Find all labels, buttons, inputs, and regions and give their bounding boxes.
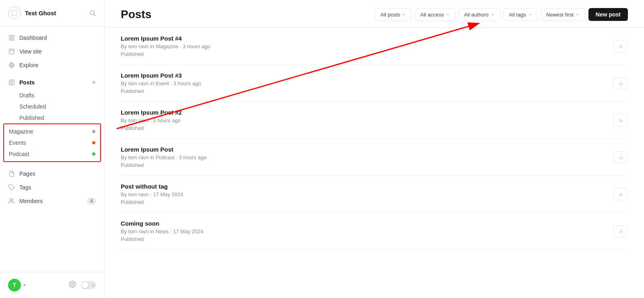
posts-label: Posts	[19, 79, 35, 86]
post-item[interactable]: Lorem Ipsum Post #4 By tom ravn in Magaz…	[121, 28, 628, 65]
svg-point-1	[90, 10, 95, 15]
post-stats-button[interactable]	[613, 225, 628, 237]
all-tags-label: All tags	[509, 12, 526, 18]
view-site-label: View site	[19, 48, 42, 55]
post-meta: By tom ravn in Magazine · 3 hours ago	[121, 43, 211, 49]
pages-icon	[8, 170, 15, 177]
sidebar-item-drafts[interactable]: Drafts	[19, 90, 104, 101]
svg-rect-3	[9, 35, 11, 37]
sidebar-item-dashboard[interactable]: Dashboard	[0, 31, 104, 45]
settings-button[interactable]	[69, 281, 76, 290]
dashboard-label: Dashboard	[19, 35, 47, 41]
svg-rect-0	[12, 10, 17, 16]
add-post-button[interactable]: +	[91, 78, 96, 86]
newest-first-filter[interactable]: Newest first	[541, 8, 585, 21]
sidebar-item-tags[interactable]: Tags	[0, 181, 104, 194]
tag-highlight-box: Magazine Events Podcast	[3, 123, 101, 162]
sidebar-item-view-site[interactable]: View site	[0, 45, 104, 58]
post-item[interactable]: Lorem Ipsum Post By tom ravn in Podcast …	[121, 139, 628, 176]
all-access-filter[interactable]: All access	[415, 8, 456, 21]
post-info: Coming soon By tom ravn in News · 17 May…	[121, 220, 203, 242]
post-stats-button[interactable]	[613, 40, 628, 52]
podcast-label: Podcast	[9, 151, 29, 157]
all-access-label: All access	[420, 12, 444, 18]
post-item[interactable]: Lorem Ipsum Post #3 By tom ravn in Event…	[121, 65, 628, 102]
posts-section-header[interactable]: Posts +	[0, 75, 104, 90]
search-button[interactable]	[89, 9, 96, 16]
header-filters: All posts All access All authors All tag…	[375, 8, 628, 21]
all-tags-filter[interactable]: All tags	[504, 8, 538, 21]
events-label: Events	[9, 140, 26, 146]
magazine-label: Magazine	[9, 128, 33, 135]
sidebar: Test Ghost Dashboard	[0, 0, 105, 298]
members-count-badge: 4	[87, 197, 96, 205]
sidebar-item-podcast[interactable]: Podcast	[4, 148, 100, 160]
toggle-track[interactable]: ✳	[81, 281, 96, 289]
post-status: Published	[121, 125, 182, 131]
members-icon	[8, 197, 15, 205]
all-authors-filter[interactable]: All authors	[459, 8, 500, 21]
theme-toggle[interactable]: ✳	[81, 281, 96, 289]
chevron-down-icon	[446, 12, 450, 17]
all-posts-filter[interactable]: All posts	[375, 8, 412, 21]
svg-point-17	[72, 284, 74, 286]
all-posts-label: All posts	[380, 12, 400, 18]
post-item[interactable]: Coming soon By tom ravn in News · 17 May…	[121, 213, 628, 250]
user-avatar: T	[8, 279, 21, 292]
post-stats-button[interactable]	[613, 114, 628, 126]
post-info: Lorem Ipsum Post #2 By tom ravn · 3 hour…	[121, 109, 182, 131]
svg-line-2	[94, 14, 95, 16]
posts-list: Lorem Ipsum Post #4 By tom ravn in Magaz…	[105, 28, 644, 298]
post-meta: By tom ravn in Event · 3 hours ago	[121, 80, 201, 86]
explore-label: Explore	[19, 62, 38, 68]
posts-icon	[8, 79, 15, 86]
post-title: Coming soon	[121, 220, 203, 227]
newest-first-label: Newest first	[546, 12, 574, 18]
explore-icon	[8, 62, 15, 69]
post-item[interactable]: Post without tag By tom ravn · 17 May 20…	[121, 176, 628, 213]
post-item[interactable]: Lorem Ipsum Post #2 By tom ravn · 3 hour…	[121, 102, 628, 139]
chevron-down-icon	[490, 12, 495, 17]
post-actions	[613, 225, 628, 237]
site-name-area[interactable]: Test Ghost	[8, 6, 56, 19]
posts-sub-items: Drafts Scheduled Published	[0, 90, 104, 123]
post-actions	[613, 151, 628, 163]
post-meta: By tom ravn · 3 hours ago	[121, 117, 182, 123]
new-post-button[interactable]: New post	[588, 8, 628, 21]
toggle-star-icon: ✳	[91, 283, 95, 288]
post-stats-button[interactable]	[613, 151, 628, 163]
tags-icon	[8, 184, 15, 191]
user-menu[interactable]: T ▾	[8, 279, 26, 292]
site-avatar	[8, 6, 21, 19]
post-status: Published	[121, 88, 201, 94]
post-meta: By tom ravn in Podcast · 3 hours ago	[121, 154, 206, 160]
svg-point-16	[10, 199, 12, 201]
chevron-down-icon	[528, 12, 533, 17]
new-post-label: New post	[596, 11, 621, 18]
main-content: Posts All posts All access All authors A…	[105, 0, 644, 298]
post-status: Published	[121, 162, 206, 168]
post-stats-button[interactable]	[613, 188, 628, 200]
sidebar-footer: T ▾ ✳	[0, 272, 104, 298]
all-authors-label: All authors	[464, 12, 489, 18]
svg-rect-4	[12, 35, 14, 37]
sidebar-item-scheduled[interactable]: Scheduled	[19, 101, 104, 112]
toggle-thumb	[82, 282, 88, 288]
main-header: Posts All posts All access All authors A…	[105, 0, 644, 28]
svg-rect-6	[12, 38, 14, 40]
sidebar-item-pages[interactable]: Pages	[0, 167, 104, 181]
drafts-label: Drafts	[19, 92, 34, 99]
pages-label: Pages	[19, 171, 35, 177]
members-label: Members	[19, 198, 43, 204]
sidebar-header: Test Ghost	[0, 0, 104, 26]
sidebar-item-published[interactable]: Published	[19, 112, 104, 123]
sidebar-item-explore[interactable]: Explore	[0, 58, 104, 72]
magazine-dot	[92, 130, 95, 133]
sidebar-item-events[interactable]: Events	[4, 137, 100, 148]
published-label: Published	[19, 115, 44, 121]
sidebar-item-members[interactable]: Members 4	[0, 194, 104, 208]
posts-section: Posts + Drafts Scheduled Published Magaz…	[0, 75, 104, 162]
sidebar-item-magazine[interactable]: Magazine	[4, 126, 100, 137]
post-stats-button[interactable]	[613, 77, 628, 89]
sidebar-nav: Dashboard View site Explore	[0, 26, 104, 272]
